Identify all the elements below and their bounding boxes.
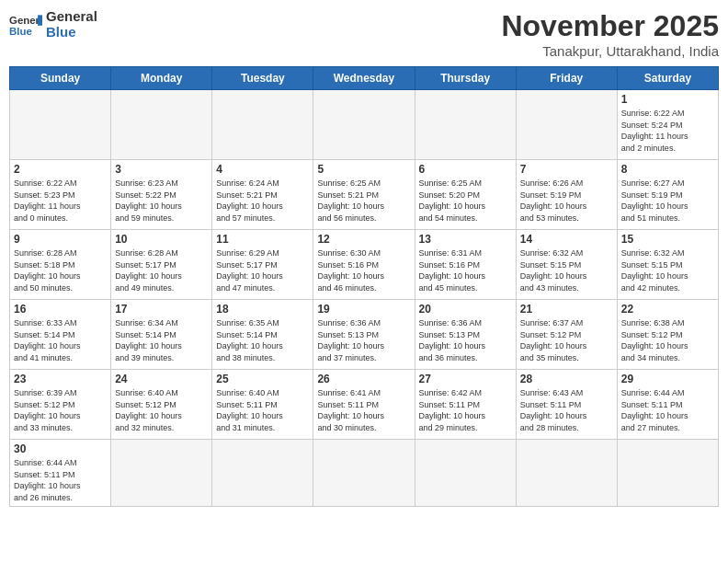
calendar-cell — [516, 440, 617, 507]
calendar-cell — [415, 440, 516, 507]
day-number: 2 — [14, 163, 107, 176]
calendar-cell: 9Sunrise: 6:28 AM Sunset: 5:18 PM Daylig… — [10, 230, 111, 300]
day-info: Sunrise: 6:24 AM Sunset: 5:21 PM Dayligh… — [216, 178, 309, 224]
calendar-cell: 6Sunrise: 6:25 AM Sunset: 5:20 PM Daylig… — [415, 160, 516, 230]
day-info: Sunrise: 6:32 AM Sunset: 5:15 PM Dayligh… — [520, 247, 613, 293]
day-number: 10 — [115, 233, 208, 246]
calendar-cell: 20Sunrise: 6:36 AM Sunset: 5:13 PM Dayli… — [415, 300, 516, 370]
title-section: November 2025 Tanakpur, Uttarakhand, Ind… — [501, 9, 719, 59]
day-info: Sunrise: 6:29 AM Sunset: 5:17 PM Dayligh… — [216, 247, 309, 293]
day-info: Sunrise: 6:28 AM Sunset: 5:17 PM Dayligh… — [115, 247, 208, 293]
day-info: Sunrise: 6:36 AM Sunset: 5:13 PM Dayligh… — [419, 317, 512, 363]
day-number: 20 — [419, 303, 512, 316]
day-number: 8 — [621, 163, 714, 176]
weekday-header-saturday: Saturday — [617, 67, 718, 90]
calendar-cell: 10Sunrise: 6:28 AM Sunset: 5:17 PM Dayli… — [111, 230, 212, 300]
weekday-header-row: SundayMondayTuesdayWednesdayThursdayFrid… — [10, 67, 719, 90]
calendar-cell: 29Sunrise: 6:44 AM Sunset: 5:11 PM Dayli… — [617, 370, 718, 440]
weekday-header-friday: Friday — [516, 67, 617, 90]
weekday-header-thursday: Thursday — [415, 67, 516, 90]
calendar-cell: 2Sunrise: 6:22 AM Sunset: 5:23 PM Daylig… — [10, 160, 111, 230]
day-info: Sunrise: 6:44 AM Sunset: 5:11 PM Dayligh… — [14, 457, 107, 503]
month-title: November 2025 — [501, 9, 719, 43]
calendar-cell: 13Sunrise: 6:31 AM Sunset: 5:16 PM Dayli… — [415, 230, 516, 300]
calendar-row-6: 30Sunrise: 6:44 AM Sunset: 5:11 PM Dayli… — [10, 440, 719, 507]
calendar-cell: 19Sunrise: 6:36 AM Sunset: 5:13 PM Dayli… — [313, 300, 415, 370]
day-number: 14 — [520, 233, 613, 246]
day-info: Sunrise: 6:41 AM Sunset: 5:11 PM Dayligh… — [317, 387, 410, 433]
day-number: 13 — [419, 233, 512, 246]
calendar-cell — [516, 90, 617, 160]
calendar-cell: 14Sunrise: 6:32 AM Sunset: 5:15 PM Dayli… — [516, 230, 617, 300]
day-number: 28 — [520, 373, 613, 385]
calendar-row-4: 16Sunrise: 6:33 AM Sunset: 5:14 PM Dayli… — [10, 300, 719, 370]
day-info: Sunrise: 6:38 AM Sunset: 5:12 PM Dayligh… — [621, 317, 714, 363]
day-info: Sunrise: 6:37 AM Sunset: 5:12 PM Dayligh… — [520, 317, 613, 363]
day-info: Sunrise: 6:30 AM Sunset: 5:16 PM Dayligh… — [317, 247, 410, 293]
calendar-cell — [212, 90, 313, 160]
day-info: Sunrise: 6:31 AM Sunset: 5:16 PM Dayligh… — [419, 247, 512, 293]
day-info: Sunrise: 6:35 AM Sunset: 5:14 PM Dayligh… — [216, 317, 309, 363]
logo: General Blue General Blue — [9, 9, 97, 40]
calendar-cell: 12Sunrise: 6:30 AM Sunset: 5:16 PM Dayli… — [313, 230, 415, 300]
day-number: 30 — [14, 442, 107, 455]
calendar-cell: 23Sunrise: 6:39 AM Sunset: 5:12 PM Dayli… — [10, 370, 111, 440]
day-number: 27 — [419, 373, 512, 385]
calendar-cell — [111, 90, 212, 160]
day-number: 4 — [216, 163, 309, 176]
calendar-table: SundayMondayTuesdayWednesdayThursdayFrid… — [9, 66, 719, 507]
day-info: Sunrise: 6:33 AM Sunset: 5:14 PM Dayligh… — [14, 317, 107, 363]
day-number: 23 — [14, 373, 107, 385]
day-info: Sunrise: 6:44 AM Sunset: 5:11 PM Dayligh… — [621, 387, 714, 433]
day-number: 15 — [621, 233, 714, 246]
calendar-cell: 25Sunrise: 6:40 AM Sunset: 5:11 PM Dayli… — [212, 370, 313, 440]
calendar-cell: 26Sunrise: 6:41 AM Sunset: 5:11 PM Dayli… — [313, 370, 415, 440]
calendar-cell — [313, 90, 415, 160]
calendar-cell: 28Sunrise: 6:43 AM Sunset: 5:11 PM Dayli… — [516, 370, 617, 440]
calendar-row-2: 2Sunrise: 6:22 AM Sunset: 5:23 PM Daylig… — [10, 160, 719, 230]
day-info: Sunrise: 6:22 AM Sunset: 5:24 PM Dayligh… — [621, 108, 714, 154]
day-number: 17 — [115, 303, 208, 316]
weekday-header-sunday: Sunday — [10, 67, 111, 90]
calendar-cell: 7Sunrise: 6:26 AM Sunset: 5:19 PM Daylig… — [516, 160, 617, 230]
weekday-header-monday: Monday — [111, 67, 212, 90]
day-number: 11 — [216, 233, 309, 246]
weekday-header-tuesday: Tuesday — [212, 67, 313, 90]
calendar-row-1: 1Sunrise: 6:22 AM Sunset: 5:24 PM Daylig… — [10, 90, 719, 160]
day-number: 1 — [621, 93, 714, 106]
day-number: 6 — [419, 163, 512, 176]
day-number: 21 — [520, 303, 613, 316]
day-info: Sunrise: 6:43 AM Sunset: 5:11 PM Dayligh… — [520, 387, 613, 433]
day-info: Sunrise: 6:40 AM Sunset: 5:12 PM Dayligh… — [115, 387, 208, 433]
day-number: 12 — [317, 233, 410, 246]
calendar-cell — [415, 90, 516, 160]
day-number: 29 — [621, 373, 714, 385]
calendar-cell: 22Sunrise: 6:38 AM Sunset: 5:12 PM Dayli… — [617, 300, 718, 370]
location-subtitle: Tanakpur, Uttarakhand, India — [501, 43, 719, 59]
day-number: 9 — [14, 233, 107, 246]
calendar-row-5: 23Sunrise: 6:39 AM Sunset: 5:12 PM Dayli… — [10, 370, 719, 440]
calendar-cell — [10, 90, 111, 160]
day-number: 5 — [317, 163, 410, 176]
calendar-cell: 5Sunrise: 6:25 AM Sunset: 5:21 PM Daylig… — [313, 160, 415, 230]
day-info: Sunrise: 6:36 AM Sunset: 5:13 PM Dayligh… — [317, 317, 410, 363]
calendar-cell: 21Sunrise: 6:37 AM Sunset: 5:12 PM Dayli… — [516, 300, 617, 370]
day-info: Sunrise: 6:27 AM Sunset: 5:19 PM Dayligh… — [621, 178, 714, 224]
day-info: Sunrise: 6:34 AM Sunset: 5:14 PM Dayligh… — [115, 317, 208, 363]
day-number: 25 — [216, 373, 309, 385]
day-number: 24 — [115, 373, 208, 385]
calendar-cell — [212, 440, 313, 507]
svg-text:Blue: Blue — [9, 25, 32, 36]
calendar-row-3: 9Sunrise: 6:28 AM Sunset: 5:18 PM Daylig… — [10, 230, 719, 300]
day-info: Sunrise: 6:23 AM Sunset: 5:22 PM Dayligh… — [115, 178, 208, 224]
day-number: 26 — [317, 373, 410, 385]
calendar-cell: 30Sunrise: 6:44 AM Sunset: 5:11 PM Dayli… — [10, 440, 111, 507]
day-info: Sunrise: 6:26 AM Sunset: 5:19 PM Dayligh… — [520, 178, 613, 224]
calendar-cell: 8Sunrise: 6:27 AM Sunset: 5:19 PM Daylig… — [617, 160, 718, 230]
calendar-cell — [617, 440, 718, 507]
day-number: 19 — [317, 303, 410, 316]
calendar-page: General Blue General Blue November 2025 … — [0, 0, 728, 563]
day-info: Sunrise: 6:28 AM Sunset: 5:18 PM Dayligh… — [14, 247, 107, 293]
calendar-cell: 1Sunrise: 6:22 AM Sunset: 5:24 PM Daylig… — [617, 90, 718, 160]
calendar-cell: 11Sunrise: 6:29 AM Sunset: 5:17 PM Dayli… — [212, 230, 313, 300]
